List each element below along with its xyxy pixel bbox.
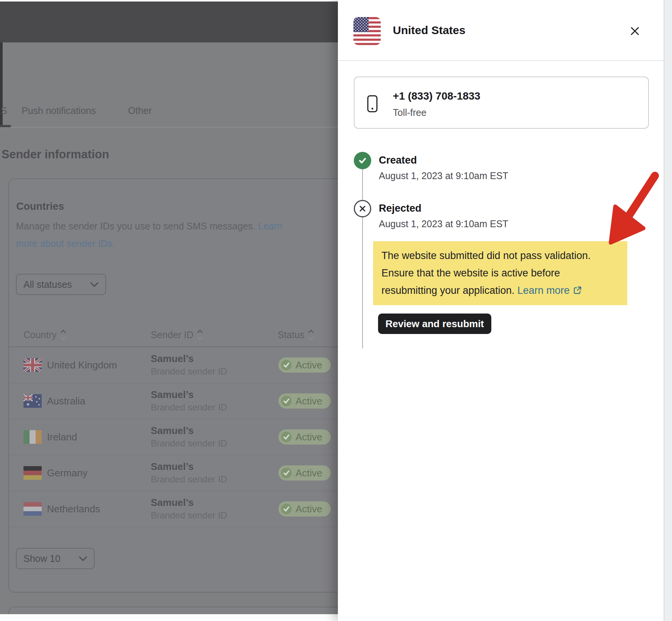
- status-badge: Active: [278, 465, 331, 481]
- rejection-message-text: resubmitting your application.: [381, 285, 517, 296]
- check-circle-icon: [281, 504, 292, 514]
- rejected-status-icon: [354, 200, 371, 217]
- rejection-reason-highlight: The website submitted did not pass valid…: [373, 241, 627, 305]
- country-flag-icon: [23, 394, 42, 408]
- status-label: Active: [295, 503, 322, 515]
- tab-other[interactable]: Other: [128, 105, 152, 116]
- sender-id-type: Branded sender ID: [151, 365, 227, 378]
- timeline-created-label: Created: [379, 154, 417, 166]
- status-badge: Active: [278, 429, 331, 445]
- close-button[interactable]: [627, 23, 643, 39]
- sender-ids-link-line2[interactable]: more about sender IDs.: [16, 238, 115, 249]
- sender-id-cell: Samuel’s Branded sender ID: [151, 388, 227, 413]
- country-name: Australia: [47, 395, 85, 407]
- sender-id-name: Samuel’s: [151, 352, 227, 365]
- x-icon: [359, 205, 366, 212]
- sender-id-type: Branded sender ID: [151, 473, 227, 485]
- chevron-down-icon: [90, 282, 98, 287]
- sender-id-name: Samuel’s: [151, 460, 227, 473]
- sender-id-header-label: Sender ID: [151, 329, 194, 340]
- tabs-divider: [0, 127, 338, 128]
- check-circle-icon: [281, 468, 292, 478]
- timeline-created-date: August 1, 2023 at 9:10am EST: [379, 170, 508, 181]
- timeline-rejected-date: August 1, 2023 at 9:10am EST: [379, 218, 508, 229]
- page-bottom-strip: [0, 614, 338, 621]
- sender-id-type: Branded sender ID: [151, 437, 227, 449]
- page-edge-strip: [664, 0, 672, 621]
- rejection-message-line2: Ensure that the website is active before: [381, 264, 627, 282]
- sender-id-name: Samuel’s: [151, 424, 227, 437]
- country-name: Netherlands: [47, 503, 100, 515]
- external-link-icon: [573, 286, 582, 295]
- screen: S Push notifications Other Sender inform…: [0, 0, 672, 621]
- table-row[interactable]: Germany Samuel’s Branded sender ID Activ…: [8, 455, 338, 491]
- sort-icon: [309, 331, 313, 339]
- page-size-select[interactable]: Show 10: [16, 548, 95, 569]
- column-header-status[interactable]: Status: [278, 329, 313, 340]
- countries-description-line2: more about sender IDs.: [16, 238, 115, 249]
- page-title: Sender information: [2, 148, 109, 161]
- status-label: Active: [295, 467, 322, 479]
- learn-more-link[interactable]: Learn more: [517, 285, 570, 296]
- status-badge: Active: [278, 393, 331, 409]
- country-flag-icon: [23, 430, 42, 444]
- check-circle-icon: [281, 360, 292, 370]
- timeline-rejected-label: Rejected: [379, 203, 422, 214]
- rejection-message-line1: The website submitted did not pass valid…: [381, 247, 627, 264]
- phone-number: +1 (833) 708-1833: [393, 90, 480, 102]
- sender-id-name: Samuel’s: [151, 388, 227, 401]
- review-and-resubmit-button[interactable]: Review and resubmit: [378, 314, 491, 334]
- status-label: Active: [295, 359, 322, 371]
- background-page: S Push notifications Other Sender inform…: [0, 0, 338, 621]
- country-name: United Kingdom: [47, 359, 117, 371]
- table-row[interactable]: Australia Samuel’s Branded sender ID Act…: [8, 383, 338, 419]
- check-circle-icon: [281, 432, 292, 442]
- rejection-message-line3: resubmitting your application. Learn mor…: [381, 282, 627, 299]
- table-row[interactable]: Netherlands Samuel’s Branded sender ID A…: [8, 491, 338, 527]
- country-detail-panel: United States +1 (833) 708-1833 Toll-fre…: [338, 0, 664, 621]
- created-status-icon: [354, 152, 371, 169]
- panel-title: United States: [393, 24, 466, 37]
- mobile-phone-icon: [367, 95, 378, 113]
- sender-id-cell: Samuel’s Branded sender ID: [151, 352, 227, 378]
- status-label: Active: [295, 431, 322, 443]
- phone-type-label: Toll-free: [393, 107, 427, 118]
- sender-id-type: Branded sender ID: [151, 401, 227, 413]
- sender-id-cell: Samuel’s Branded sender ID: [151, 496, 227, 521]
- country-flag-icon: [23, 466, 42, 480]
- us-flag-icon: [353, 17, 381, 45]
- tab-push-notifications[interactable]: Push notifications: [22, 105, 96, 116]
- column-header-country[interactable]: Country: [23, 329, 65, 340]
- status-filter-value: All statuses: [23, 279, 72, 290]
- chevron-down-icon: [79, 556, 87, 562]
- status-badge: Active: [278, 357, 331, 373]
- sender-id-name: Samuel’s: [151, 496, 227, 509]
- sender-id-type: Branded sender ID: [151, 509, 227, 521]
- close-icon: [629, 25, 641, 37]
- timeline-connector: [362, 169, 363, 348]
- sort-icon: [61, 331, 65, 339]
- country-header-label: Country: [23, 329, 57, 340]
- sender-ids-link[interactable]: Learn: [258, 221, 282, 231]
- column-header-sender-id[interactable]: Sender ID: [151, 329, 202, 340]
- countries-description: Manage the sender IDs you use to send SM…: [16, 221, 282, 232]
- check-icon: [358, 156, 367, 165]
- table-row[interactable]: United Kingdom Samuel’s Branded sender I…: [8, 347, 338, 383]
- country-flag-icon: [23, 502, 42, 516]
- status-label: Active: [295, 395, 322, 407]
- table-row[interactable]: Ireland Samuel’s Branded sender ID Activ…: [8, 419, 338, 455]
- sort-icon: [198, 331, 202, 339]
- tab-sms[interactable]: S: [1, 105, 7, 116]
- status-badge: Active: [278, 501, 331, 516]
- description-text: Manage the sender IDs you use to send SM…: [16, 221, 258, 231]
- countries-heading: Countries: [16, 201, 64, 212]
- sender-id-cell: Samuel’s Branded sender ID: [151, 460, 227, 485]
- check-circle-icon: [281, 396, 292, 406]
- phone-number-card: [354, 76, 649, 129]
- country-flag-icon: [23, 358, 42, 372]
- country-name: Germany: [47, 467, 88, 479]
- app-top-bar: [0, 2, 338, 42]
- page-size-value: Show 10: [23, 553, 60, 564]
- country-name: Ireland: [47, 431, 77, 443]
- status-filter-select[interactable]: All statuses: [16, 274, 106, 295]
